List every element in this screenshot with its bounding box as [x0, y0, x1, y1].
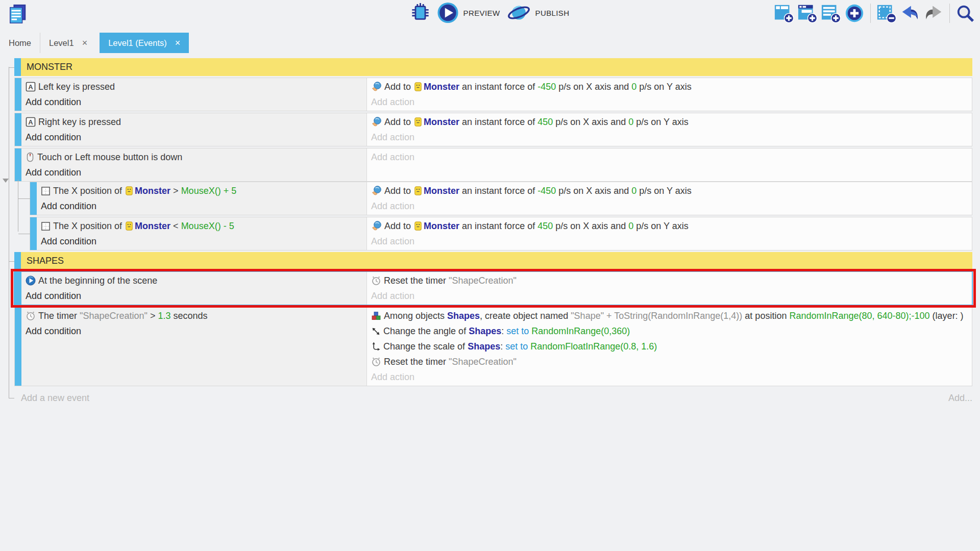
preview-label: PREVIEW	[463, 9, 500, 17]
condition-line[interactable]: The timer "ShapeCreation" > 1.3 seconds	[26, 308, 362, 323]
condition-line[interactable]: Touch or Left mouse button is down	[26, 149, 362, 165]
add-action-button[interactable]: Add action	[371, 130, 968, 145]
token-plain: p/s on Y axis	[633, 117, 688, 127]
condition-line[interactable]: The X position of Monster < MouseX() - 5	[41, 218, 362, 234]
project-manager-icon[interactable]	[7, 3, 29, 25]
close-icon[interactable]: ×	[82, 38, 88, 47]
debug-icon[interactable]	[411, 3, 430, 23]
action-line[interactable]: Add to Monster an instant force of 450 p…	[371, 218, 968, 234]
position-icon	[41, 186, 51, 196]
tab-home[interactable]: Home	[0, 33, 40, 53]
add-new-event-button[interactable]: Add a new event	[21, 390, 89, 406]
token-expr: RandomFloatInRange(0.8, 1.6)	[530, 341, 657, 352]
action-line[interactable]: Reset the timer "ShapeCreation"	[371, 273, 968, 288]
event-selection-strip[interactable]	[15, 78, 21, 111]
preview-button[interactable]: PREVIEW	[437, 2, 500, 23]
add-condition-button[interactable]: Add condition	[26, 94, 362, 110]
token-plain: (layer: )	[930, 311, 964, 321]
comment-text[interactable]: MONSTER	[21, 58, 972, 76]
condition-line[interactable]: ALeft key is pressed	[26, 79, 362, 94]
svg-text:A: A	[28, 83, 33, 91]
delete-selection-icon[interactable]	[876, 3, 897, 23]
token-expr: RandomInRange(0,360)	[531, 326, 630, 336]
action-line[interactable]: Change the scale of Shapes: set to Rando…	[371, 339, 968, 354]
fold-arrow-icon[interactable]	[3, 179, 9, 186]
event-row: The timer "ShapeCreation" > 1.3 secondsA…	[14, 307, 972, 386]
token-plain: p/s on X axis and	[556, 82, 631, 92]
event-selection-strip[interactable]	[30, 217, 37, 250]
add-action-button[interactable]: Add action	[371, 369, 968, 385]
publish-button[interactable]: PUBLISH	[507, 2, 569, 23]
event-selection-strip[interactable]	[15, 307, 21, 386]
token-expr: MouseX() - 5	[181, 221, 234, 231]
token-expr: 450	[537, 117, 553, 127]
object-thumbnail-icon	[126, 186, 133, 195]
add-action-button[interactable]: Add action	[371, 149, 968, 165]
search-icon[interactable]	[955, 4, 975, 23]
action-line[interactable]: Add to Monster an instant force of -450 …	[371, 183, 968, 198]
token-expr: RandomInRange(80, 640-80);-100	[789, 311, 929, 321]
add-condition-button[interactable]: Add condition	[41, 234, 362, 249]
sub-event: The X position of Monster > MouseX() + 5…	[30, 182, 972, 215]
comment-text[interactable]: SHAPES	[21, 252, 972, 270]
add-action-button[interactable]: Add action	[371, 234, 968, 249]
close-icon[interactable]: ×	[175, 38, 181, 47]
add-condition-button[interactable]: Add condition	[26, 130, 362, 145]
tab-level1-events[interactable]: Level1 (Events) ×	[100, 33, 189, 53]
undo-icon[interactable]	[900, 4, 920, 22]
tab-label: Level1 (Events)	[108, 38, 167, 48]
token-plain: p/s on X axis and	[553, 221, 628, 231]
event-selection-strip[interactable]	[15, 148, 21, 181]
event-selection-strip[interactable]	[14, 58, 21, 76]
event-selection-strip[interactable]	[15, 113, 21, 146]
add-condition-button[interactable]: Add condition	[26, 165, 362, 180]
token-plain: Reset the timer	[384, 276, 449, 286]
conditions-cell: The X position of Monster > MouseX() + 5…	[37, 182, 367, 215]
add-condition-button[interactable]: Add condition	[26, 288, 362, 304]
force-icon	[371, 82, 382, 92]
token-plain: an instant force of	[459, 117, 537, 127]
event-selection-strip[interactable]	[14, 252, 21, 270]
token-setto: set to	[506, 326, 531, 336]
condition-line[interactable]: At the beginning of the scene	[26, 273, 362, 288]
add-subevent-icon[interactable]	[797, 3, 818, 23]
token-expr: 0	[631, 82, 636, 92]
event-selection-strip[interactable]	[15, 272, 21, 305]
token-plain: seconds	[170, 311, 207, 321]
event-row: ARight key is pressedAdd conditionAdd to…	[14, 113, 972, 146]
add-more-button[interactable]: Add...	[948, 390, 972, 406]
add-circle-icon[interactable]	[844, 3, 865, 23]
action-line[interactable]: Among objects Shapes, create object name…	[371, 308, 968, 323]
add-event-icon[interactable]	[774, 3, 794, 23]
action-line[interactable]: Reset the timer "ShapeCreation"	[371, 354, 968, 369]
actions-cell: Add action	[367, 148, 972, 181]
preview-play-icon	[437, 2, 459, 23]
redo-icon[interactable]	[923, 4, 944, 22]
token-expr: 0	[631, 186, 636, 196]
add-action-button[interactable]: Add action	[371, 288, 968, 304]
timer-icon	[26, 311, 36, 321]
add-condition-button[interactable]: Add condition	[26, 323, 362, 339]
svg-text:A: A	[28, 118, 33, 126]
add-comment-icon[interactable]	[821, 3, 841, 23]
action-line[interactable]: Add to Monster an instant force of 450 p…	[371, 114, 968, 130]
token-expr: 450	[537, 221, 553, 231]
add-action-button[interactable]: Add action	[371, 94, 968, 110]
token-plain: The X position of	[53, 186, 125, 196]
sheet-footer: Add a new event Add...	[14, 390, 972, 406]
action-line[interactable]: Change the angle of Shapes: set to Rando…	[371, 323, 968, 339]
add-action-button[interactable]: Add action	[371, 198, 968, 214]
action-line[interactable]: Add to Monster an instant force of -450 …	[371, 79, 968, 94]
tab-level1[interactable]: Level1 ×	[40, 33, 96, 53]
condition-line[interactable]: The X position of Monster > MouseX() + 5	[41, 183, 362, 198]
event-row: Touch or Left mouse button is downAdd co…	[14, 148, 972, 182]
events-list: MONSTERALeft key is pressedAdd condition…	[14, 58, 972, 386]
condition-line[interactable]: ARight key is pressed	[26, 114, 362, 130]
event-row: The X position of Monster < MouseX() - 5…	[30, 217, 972, 251]
token-object: Shapes	[468, 341, 500, 352]
token-plain: at position	[742, 311, 789, 321]
tab-bar: Home Level1 × Level1 (Events) ×	[0, 33, 980, 53]
add-condition-button[interactable]: Add condition	[41, 198, 362, 214]
event-selection-strip[interactable]	[30, 182, 37, 215]
token-object: Monster	[424, 186, 459, 196]
